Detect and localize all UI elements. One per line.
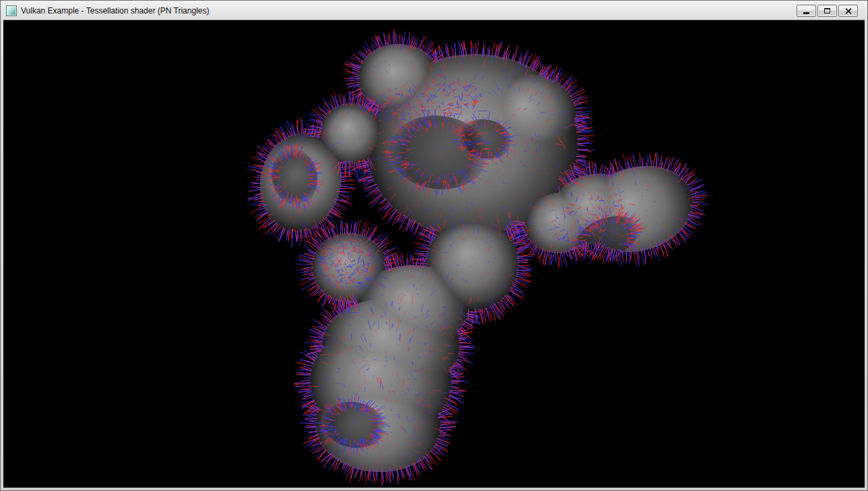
close-button[interactable] [838, 5, 858, 17]
app-icon [6, 5, 17, 16]
titlebar[interactable]: Vulkan Example - Tessellation shader (PN… [3, 3, 865, 20]
viewport [3, 20, 865, 488]
minimize-icon [803, 12, 809, 14]
window-controls [795, 5, 863, 17]
viewport-canvas[interactable] [3, 20, 865, 488]
maximize-button[interactable] [817, 5, 837, 17]
app-window: Vulkan Example - Tessellation shader (PN… [0, 0, 868, 491]
close-icon [844, 7, 852, 15]
minimize-button[interactable] [797, 5, 816, 17]
maximize-icon [824, 8, 830, 13]
window-title: Vulkan Example - Tessellation shader (PN… [21, 3, 795, 18]
